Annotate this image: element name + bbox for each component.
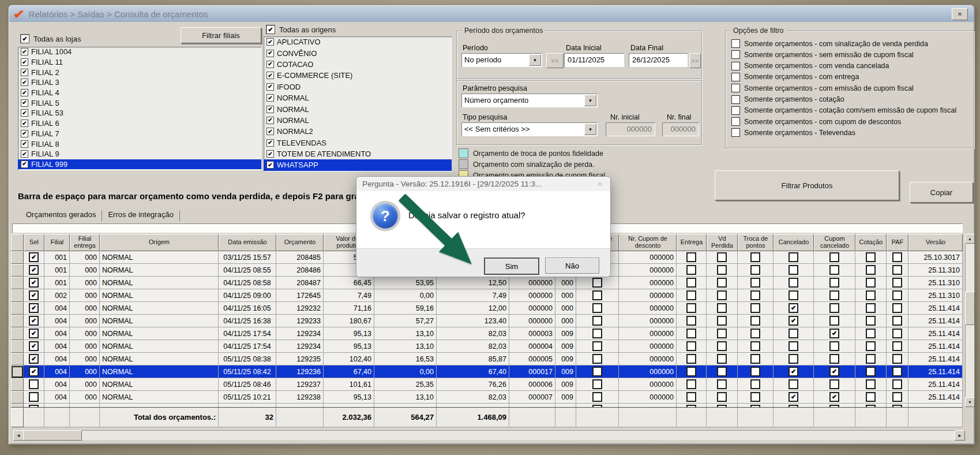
- nr-inicial-input[interactable]: 000000: [606, 122, 655, 136]
- list-item[interactable]: ✔FILIAL 53: [18, 108, 261, 118]
- row-checkbox[interactable]: ✔: [29, 278, 39, 288]
- row-checkbox[interactable]: ✔: [29, 265, 39, 275]
- scroll-up-icon[interactable]: ▲: [965, 234, 975, 244]
- row-checkbox[interactable]: [592, 278, 602, 288]
- row-checkbox[interactable]: [829, 290, 839, 300]
- row-checkbox[interactable]: [686, 392, 696, 402]
- checkbox-icon[interactable]: ✔: [266, 72, 274, 79]
- data-inicial-input[interactable]: 01/11/2025: [564, 53, 624, 67]
- row-gutter[interactable]: [11, 378, 24, 391]
- list-item[interactable]: ✔IFOOD: [264, 81, 452, 92]
- row-checkbox[interactable]: ✔: [788, 392, 798, 402]
- list-item[interactable]: ✔CONVÊNIO: [264, 47, 452, 58]
- row-checkbox[interactable]: [717, 303, 727, 313]
- col-header-filial[interactable]: Filial: [44, 234, 70, 251]
- chevron-down-icon[interactable]: ▼: [584, 124, 596, 135]
- row-checkbox[interactable]: [892, 367, 902, 376]
- filter-option[interactable]: Somente orçamentos - sem emissão de cupo…: [731, 50, 914, 59]
- col-header-fe[interactable]: Filial entrega: [70, 234, 100, 251]
- col-header-gutter[interactable]: [11, 234, 24, 251]
- row-checkbox[interactable]: [829, 316, 839, 326]
- list-item[interactable]: ✔E-COMMERCE (SITE): [264, 70, 452, 81]
- row-gutter[interactable]: [11, 277, 24, 289]
- checkbox-icon[interactable]: ✔: [21, 69, 28, 76]
- row-gutter[interactable]: [11, 353, 24, 366]
- col-header-data[interactable]: Data emissão: [219, 234, 276, 251]
- list-item[interactable]: ✔APLICATIVO: [264, 36, 452, 47]
- list-item[interactable]: ✔FILIAL 9: [18, 149, 261, 159]
- row-checkbox[interactable]: [717, 278, 727, 288]
- checkbox-icon[interactable]: ✔: [21, 99, 28, 107]
- row-checkbox[interactable]: [750, 341, 760, 351]
- row-checkbox[interactable]: [892, 278, 902, 288]
- row-checkbox[interactable]: [686, 379, 696, 389]
- title-bar[interactable]: ✔ Relatórios > Saídas > Consulta de orça…: [9, 6, 974, 22]
- row-gutter[interactable]: [11, 251, 24, 264]
- row-gutter[interactable]: [11, 340, 24, 353]
- filter-option[interactable]: Somente orçamentos - com emissão de cupo…: [731, 84, 914, 92]
- row-checkbox[interactable]: [592, 341, 602, 351]
- row-checkbox[interactable]: ✔: [29, 329, 39, 338]
- col-header-paf[interactable]: PAF: [887, 234, 908, 251]
- row-checkbox[interactable]: [592, 303, 602, 313]
- col-header-sel[interactable]: Sel: [24, 234, 44, 251]
- row-checkbox[interactable]: ✔: [29, 290, 39, 300]
- checkbox-icon[interactable]: ✔: [21, 130, 28, 137]
- list-item[interactable]: ✔FILIAL 5: [18, 98, 261, 108]
- row-checkbox[interactable]: [866, 367, 876, 376]
- row-gutter[interactable]: [11, 315, 24, 327]
- checkbox-icon[interactable]: [731, 50, 740, 59]
- row-checkbox[interactable]: [892, 341, 902, 351]
- filter-option[interactable]: Somente orçamentos - cotação com/sem emi…: [731, 106, 956, 115]
- checkbox-icon[interactable]: ✔: [21, 79, 28, 86]
- checkbox-icon[interactable]: [731, 39, 740, 48]
- row-gutter[interactable]: [11, 289, 24, 302]
- checkbox-icon[interactable]: ✔: [266, 38, 274, 46]
- row-checkbox[interactable]: [717, 392, 727, 402]
- scroll-left-icon[interactable]: ◄: [13, 430, 24, 441]
- dialog-close-icon[interactable]: ✕: [594, 179, 606, 189]
- chevron-down-icon[interactable]: ▼: [584, 95, 596, 106]
- table-row[interactable]: ✔004000NORMAL04/11/25 16:38129233180,675…: [11, 315, 963, 327]
- row-checkbox[interactable]: [717, 367, 727, 376]
- row-checkbox[interactable]: [686, 278, 696, 288]
- row-checkbox[interactable]: [750, 278, 760, 288]
- checkbox-icon[interactable]: ✔: [266, 106, 274, 113]
- origens-all-checkbox[interactable]: ✔: [266, 25, 275, 34]
- row-checkbox[interactable]: [686, 341, 696, 351]
- filtrar-produtos-button[interactable]: Filtrar Produtos: [715, 170, 899, 200]
- filter-option[interactable]: Somente orçamentos - com cupom de descon…: [731, 117, 901, 126]
- row-checkbox[interactable]: [686, 303, 696, 313]
- row-checkbox[interactable]: [829, 303, 839, 313]
- copiar-button[interactable]: Copiar: [910, 182, 973, 203]
- origens-listbox[interactable]: ✔APLICATIVO✔CONVÊNIO✔COTACAO✔E-COMMERCE …: [264, 36, 452, 171]
- table-row[interactable]: ✔004000NORMAL04/11/25 16:0512923271,1659…: [11, 302, 963, 315]
- chevron-down-icon[interactable]: ▼: [529, 54, 541, 66]
- row-checkbox[interactable]: [892, 290, 902, 300]
- dialog-title[interactable]: Pergunta - Versão: 25.12.1916I - [29/12/…: [356, 177, 610, 191]
- row-checkbox[interactable]: [866, 379, 876, 389]
- col-header-ent[interactable]: Entrega: [677, 234, 707, 251]
- row-checkbox[interactable]: [829, 341, 839, 351]
- row-checkbox[interactable]: [750, 265, 760, 275]
- next-period-button[interactable]: >>: [689, 53, 701, 68]
- checkbox-icon[interactable]: ✔: [266, 139, 274, 147]
- row-gutter[interactable]: [11, 264, 24, 277]
- checkbox-icon[interactable]: [731, 73, 740, 81]
- row-checkbox[interactable]: [717, 265, 727, 275]
- list-item[interactable]: ✔NORMAL2: [264, 126, 452, 137]
- checkbox-icon[interactable]: ✔: [21, 120, 28, 127]
- checkbox-icon[interactable]: ✔: [266, 161, 274, 169]
- checkbox-icon[interactable]: [731, 117, 740, 126]
- row-checkbox[interactable]: [829, 354, 839, 364]
- row-checkbox[interactable]: [866, 316, 876, 326]
- vertical-scroll-thumb[interactable]: [965, 292, 975, 325]
- row-checkbox[interactable]: [717, 252, 727, 262]
- row-checkbox[interactable]: [686, 367, 696, 376]
- list-item[interactable]: ✔FILIAL 999: [18, 159, 261, 170]
- col-header-canc[interactable]: Cancelado: [774, 234, 814, 251]
- row-checkbox[interactable]: [592, 316, 602, 326]
- row-checkbox[interactable]: [866, 341, 876, 351]
- list-item[interactable]: ✔FILIAL 6: [18, 118, 261, 129]
- horizontal-scrollbar[interactable]: ◄ ►: [13, 430, 965, 440]
